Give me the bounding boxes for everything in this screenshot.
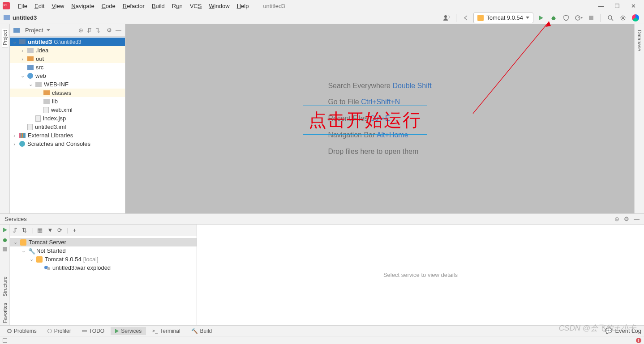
services-panel-target-icon[interactable]: ⊕: [614, 216, 619, 222]
tab-profiler[interactable]: Profiler: [43, 327, 76, 335]
todo-icon: [82, 329, 87, 333]
menu-vcs[interactable]: VCS: [186, 2, 206, 10]
window-maximize-icon[interactable]: ☐: [614, 2, 621, 9]
services-icon: [115, 329, 119, 333]
menu-window[interactable]: Window: [205, 2, 233, 10]
status-widget-icon[interactable]: [3, 338, 7, 343]
profiler-icon: [47, 329, 52, 333]
window-close-icon[interactable]: ✕: [630, 2, 637, 9]
stop-button[interactable]: [586, 13, 596, 23]
menu-navigate[interactable]: Navigate: [68, 2, 98, 10]
menu-view[interactable]: View: [48, 2, 68, 10]
tomcat-icon: [36, 256, 43, 263]
gutter-project-tab[interactable]: Project: [2, 28, 8, 47]
svc-group-icon[interactable]: ⟳: [57, 227, 62, 234]
services-panel-gear-icon[interactable]: ⚙: [624, 216, 629, 222]
gutter-structure-tab[interactable]: Structure: [2, 274, 8, 299]
select-opened-file-icon[interactable]: ⊕: [78, 27, 83, 34]
collapse-all-icon[interactable]: ⇅: [95, 27, 100, 34]
tab-build[interactable]: 🔨Build: [187, 327, 217, 335]
menu-code[interactable]: Code: [98, 2, 119, 10]
menu-file[interactable]: File: [14, 2, 31, 10]
tree-item-classes[interactable]: classes: [10, 89, 125, 97]
tree-item-src[interactable]: src: [10, 63, 125, 72]
panel-gear-icon[interactable]: ⚙: [107, 27, 112, 34]
tab-services[interactable]: Services: [111, 327, 146, 335]
debug-button[interactable]: [549, 13, 558, 23]
expand-all-icon[interactable]: ⇵: [87, 27, 92, 34]
tree-item-idea[interactable]: .idea: [10, 46, 125, 55]
services-run-button[interactable]: [2, 227, 8, 233]
breadcrumb[interactable]: untitled3: [13, 14, 37, 21]
svc-collapse-icon[interactable]: ⇅: [22, 227, 27, 234]
project-panel-title[interactable]: Project: [25, 27, 43, 34]
profiler-button[interactable]: ▾: [574, 13, 584, 23]
user-icon[interactable]: [442, 13, 451, 23]
panel-hide-icon[interactable]: —: [116, 27, 121, 34]
tree-item-webinf[interactable]: WEB-INF: [10, 80, 125, 89]
services-tree[interactable]: Tomcat Server 🔧Not Started Tomcat 9.0.54…: [10, 236, 197, 325]
wrench-icon: 🔧: [28, 248, 34, 254]
scratch-icon: [19, 141, 25, 147]
folder-icon: [27, 65, 34, 70]
svg-point-0: [444, 15, 447, 18]
tree-item-lib[interactable]: lib: [10, 97, 125, 106]
tree-item-scratches[interactable]: Scratches and Consoles: [10, 140, 125, 148]
tab-terminal[interactable]: >_Terminal: [148, 327, 185, 335]
window-minimize-icon[interactable]: —: [597, 2, 605, 9]
editor-title: untitled3: [263, 3, 285, 9]
tree-item-external-libs[interactable]: External Libraries: [10, 131, 125, 140]
project-tree[interactable]: untitled3G:\untitled3 .idea out src web …: [10, 37, 125, 213]
iml-file-icon: [27, 124, 33, 130]
tab-problems[interactable]: Problems: [3, 327, 41, 335]
gutter-favorites-tab[interactable]: Favorites: [2, 301, 8, 325]
svc-not-started-node[interactable]: 🔧Not Started: [10, 246, 197, 255]
annotation-text: 点击开始运行: [309, 110, 421, 130]
menu-refactor[interactable]: Refactor: [119, 2, 148, 10]
back-arrow-icon[interactable]: [461, 13, 471, 23]
services-panel-hide-icon[interactable]: —: [634, 216, 640, 222]
run-button[interactable]: [536, 13, 546, 23]
svc-expand-icon[interactable]: ⇵: [13, 227, 17, 234]
status-error-icon[interactable]: !: [636, 338, 641, 343]
left-gutter-bottom: Structure Favorites: [0, 274, 10, 325]
run-config-select[interactable]: Tomcat 9.0.54: [473, 13, 533, 23]
editor-empty-area[interactable]: Search Everywhere Double Shift Go to Fil…: [125, 24, 634, 213]
menu-run[interactable]: Run: [168, 2, 186, 10]
svc-grid-icon[interactable]: ▦: [37, 227, 43, 234]
chevron-down-icon: [526, 17, 529, 19]
web-folder-icon: [27, 73, 33, 79]
tree-item-webxml[interactable]: web.xml: [10, 106, 125, 114]
tree-item-web[interactable]: web: [10, 72, 125, 80]
services-toolbar: ⇵ ⇅ | ▦ ▼ ⟳ | +: [10, 225, 197, 236]
tab-todo[interactable]: TODO: [77, 327, 109, 335]
tomcat-icon: [477, 15, 484, 21]
coverage-button[interactable]: [561, 13, 571, 23]
tree-root[interactable]: untitled3G:\untitled3: [10, 38, 125, 46]
menu-help[interactable]: Help: [233, 2, 253, 10]
ide-brand-icon[interactable]: [631, 13, 640, 23]
chevron-down-icon[interactable]: [47, 29, 50, 31]
services-detail-placeholder: Select service to view details: [197, 225, 644, 325]
search-everywhere-button[interactable]: [605, 13, 615, 23]
settings-gear-icon[interactable]: [618, 13, 628, 23]
artifact-icon: [44, 265, 50, 271]
svc-filter-icon[interactable]: ▼: [47, 227, 53, 234]
services-stop-button[interactable]: [3, 247, 7, 251]
svc-tomcat-server-node[interactable]: Tomcat Server: [10, 238, 197, 246]
menu-build[interactable]: Build: [148, 2, 168, 10]
services-debug-button[interactable]: [2, 237, 8, 242]
gutter-database-tab[interactable]: Database: [636, 28, 643, 53]
project-header-icon: [13, 28, 20, 33]
svc-add-button[interactable]: +: [73, 227, 77, 234]
tree-item-iml[interactable]: untitled3.iml: [10, 123, 125, 131]
svc-tomcat-node[interactable]: Tomcat 9.0.54 [local]: [10, 255, 197, 263]
svg-point-1: [552, 17, 555, 20]
annotation-overlay: 点击开始运行: [303, 106, 427, 135]
tree-item-indexjsp[interactable]: index.jsp: [10, 114, 125, 123]
tab-event-log[interactable]: Event Log: [615, 327, 641, 334]
navigation-bar: untitled3 Tomcat 9.0.54 ▾: [0, 12, 644, 24]
svc-artifact-node[interactable]: untitled3:war exploded: [10, 263, 197, 272]
menu-edit[interactable]: Edit: [31, 2, 48, 10]
tree-item-out[interactable]: out: [10, 55, 125, 63]
